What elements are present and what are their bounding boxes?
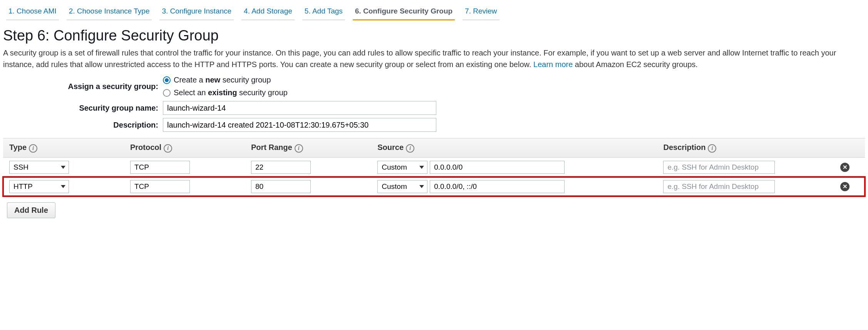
security-group-description-row: Description:: [3, 118, 865, 132]
info-icon[interactable]: i: [406, 144, 414, 153]
col-header-protocol: Protocoli: [124, 138, 245, 158]
intro-text: A security group is a set of firewall ru…: [3, 47, 865, 70]
col-header-source: Sourcei: [371, 138, 657, 158]
wizard-nav: 1. Choose AMI 2. Choose Instance Type 3.…: [3, 3, 865, 20]
rule-port-range-input[interactable]: [251, 161, 311, 174]
radio-icon: [163, 89, 171, 97]
wizard-step-configure-security-group[interactable]: 6. Configure Security Group: [353, 5, 455, 20]
rule-source-mode-select[interactable]: Custom: [377, 161, 427, 174]
info-icon[interactable]: i: [164, 144, 172, 153]
radio-create-new[interactable]: Create a new security group: [163, 76, 288, 84]
col-header-type: Typei: [3, 138, 124, 158]
rule-port-range-input[interactable]: [251, 180, 311, 193]
wizard-step-add-storage[interactable]: 4. Add Storage: [241, 5, 295, 20]
assign-security-group-label: Assign a security group:: [3, 82, 163, 91]
table-row: HTTP Custom ✕: [3, 177, 865, 196]
assign-security-group-row: Assign a security group: Create a new se…: [3, 75, 865, 98]
page-title: Step 6: Configure Security Group: [3, 27, 865, 44]
rule-source-value-input[interactable]: [430, 180, 565, 193]
info-icon[interactable]: i: [708, 144, 716, 153]
info-icon[interactable]: i: [295, 144, 303, 153]
intro-part1: A security group is a set of firewall ru…: [3, 49, 836, 69]
radio-create-label: Create a new security group: [174, 76, 271, 84]
add-rule-button[interactable]: Add Rule: [7, 202, 55, 218]
security-group-name-input[interactable]: [163, 101, 436, 115]
wizard-step-add-tags[interactable]: 5. Add Tags: [302, 5, 345, 20]
security-group-description-label: Description:: [3, 121, 163, 130]
remove-rule-icon[interactable]: ✕: [840, 182, 850, 191]
rule-protocol-input[interactable]: [130, 180, 190, 193]
col-header-description: Descriptioni: [657, 138, 834, 158]
wizard-step-review[interactable]: 7. Review: [462, 5, 499, 20]
wizard-step-choose-instance-type[interactable]: 2. Choose Instance Type: [67, 5, 152, 20]
remove-rule-icon[interactable]: ✕: [840, 163, 850, 172]
security-group-name-row: Security group name:: [3, 101, 865, 115]
radio-icon: [163, 76, 171, 84]
radio-select-label: Select an existing security group: [174, 88, 288, 97]
rule-type-select[interactable]: HTTP: [9, 180, 69, 193]
rule-description-input[interactable]: [663, 180, 775, 193]
security-group-name-label: Security group name:: [3, 104, 163, 113]
rule-protocol-input[interactable]: [130, 161, 190, 174]
wizard-step-choose-ami[interactable]: 1. Choose AMI: [6, 5, 59, 20]
rule-source-value-input[interactable]: [430, 161, 565, 174]
rule-type-select[interactable]: SSH: [9, 161, 69, 174]
rule-description-input[interactable]: [663, 161, 775, 174]
security-group-description-input[interactable]: [163, 118, 436, 132]
radio-select-existing[interactable]: Select an existing security group: [163, 88, 288, 97]
intro-part2: about Amazon EC2 security groups.: [573, 60, 698, 69]
learn-more-link[interactable]: Learn more: [533, 60, 573, 69]
rule-source-mode-select[interactable]: Custom: [377, 180, 427, 193]
info-icon[interactable]: i: [29, 144, 37, 153]
rules-table: Typei Protocoli Port Rangei Sourcei Desc…: [3, 138, 865, 196]
col-header-port-range: Port Rangei: [245, 138, 371, 158]
table-row: SSH Custom ✕: [3, 157, 865, 177]
wizard-step-configure-instance[interactable]: 3. Configure Instance: [159, 5, 234, 20]
